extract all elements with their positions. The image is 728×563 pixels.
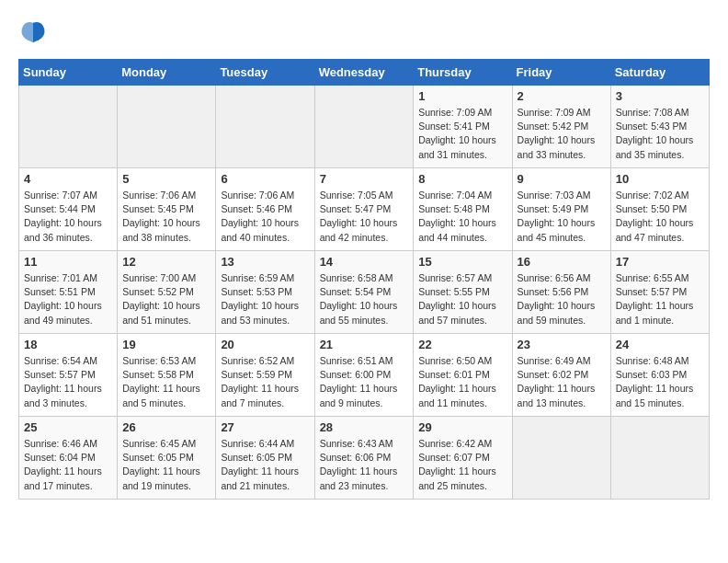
day-number: 2: [518, 89, 606, 103]
calendar-cell: 13Sunrise: 6:59 AM Sunset: 5:53 PM Dayli…: [216, 251, 314, 334]
day-detail: Sunrise: 7:09 AM Sunset: 5:42 PM Dayligh…: [518, 106, 606, 162]
calendar-cell: [512, 417, 610, 500]
day-number: 9: [518, 172, 606, 186]
day-number: 11: [24, 255, 112, 269]
calendar-cell: 14Sunrise: 6:58 AM Sunset: 5:54 PM Dayli…: [314, 251, 414, 334]
day-number: 25: [24, 420, 112, 434]
day-detail: Sunrise: 7:02 AM Sunset: 5:50 PM Dayligh…: [616, 189, 704, 245]
day-detail: Sunrise: 6:54 AM Sunset: 5:57 PM Dayligh…: [24, 354, 112, 410]
calendar-cell: [314, 86, 414, 168]
calendar-cell: 19Sunrise: 6:53 AM Sunset: 5:58 PM Dayli…: [118, 334, 216, 417]
calendar-week-1: 1Sunrise: 7:09 AM Sunset: 5:41 PM Daylig…: [19, 86, 710, 168]
calendar-cell: 26Sunrise: 6:45 AM Sunset: 6:05 PM Dayli…: [118, 417, 216, 500]
calendar-cell: 15Sunrise: 6:57 AM Sunset: 5:55 PM Dayli…: [414, 251, 512, 334]
day-detail: Sunrise: 6:55 AM Sunset: 5:57 PM Dayligh…: [616, 271, 704, 327]
calendar-cell: 3Sunrise: 7:08 AM Sunset: 5:43 PM Daylig…: [610, 86, 709, 168]
day-header-friday: Friday: [512, 60, 610, 86]
day-number: 24: [616, 338, 704, 351]
calendar-week-3: 11Sunrise: 7:01 AM Sunset: 5:51 PM Dayli…: [19, 251, 710, 334]
calendar-cell: [610, 417, 709, 500]
day-number: 10: [616, 172, 704, 186]
day-number: 21: [320, 338, 409, 351]
day-detail: Sunrise: 7:08 AM Sunset: 5:43 PM Dayligh…: [616, 106, 704, 162]
day-detail: Sunrise: 7:03 AM Sunset: 5:49 PM Dayligh…: [518, 189, 606, 245]
day-number: 4: [24, 172, 112, 186]
day-detail: Sunrise: 6:45 AM Sunset: 6:05 PM Dayligh…: [122, 437, 210, 493]
calendar-cell: 10Sunrise: 7:02 AM Sunset: 5:50 PM Dayli…: [610, 168, 709, 251]
logo: [18, 18, 46, 44]
calendar-cell: 23Sunrise: 6:49 AM Sunset: 6:02 PM Dayli…: [512, 334, 610, 417]
day-detail: Sunrise: 7:07 AM Sunset: 5:44 PM Dayligh…: [24, 189, 112, 245]
day-number: 20: [221, 338, 309, 351]
day-header-sunday: Sunday: [19, 60, 118, 86]
day-detail: Sunrise: 6:49 AM Sunset: 6:02 PM Dayligh…: [518, 354, 606, 410]
day-header-saturday: Saturday: [610, 60, 709, 86]
day-number: 29: [418, 420, 506, 434]
day-detail: Sunrise: 6:46 AM Sunset: 6:04 PM Dayligh…: [24, 437, 112, 493]
day-number: 8: [418, 172, 506, 186]
calendar-cell: 28Sunrise: 6:43 AM Sunset: 6:06 PM Dayli…: [314, 417, 414, 500]
day-detail: Sunrise: 6:51 AM Sunset: 6:00 PM Dayligh…: [320, 354, 409, 410]
day-detail: Sunrise: 7:00 AM Sunset: 5:52 PM Dayligh…: [122, 271, 210, 327]
day-detail: Sunrise: 6:57 AM Sunset: 5:55 PM Dayligh…: [418, 271, 506, 327]
day-detail: Sunrise: 7:09 AM Sunset: 5:41 PM Dayligh…: [418, 106, 506, 162]
day-detail: Sunrise: 6:53 AM Sunset: 5:58 PM Dayligh…: [122, 354, 210, 410]
day-number: 19: [122, 338, 210, 351]
day-number: 22: [418, 338, 506, 351]
day-number: 26: [122, 420, 210, 434]
calendar-header-row: SundayMondayTuesdayWednesdayThursdayFrid…: [19, 60, 710, 86]
day-number: 23: [518, 338, 606, 351]
calendar-cell: 25Sunrise: 6:46 AM Sunset: 6:04 PM Dayli…: [19, 417, 118, 500]
day-header-tuesday: Tuesday: [216, 60, 314, 86]
day-number: 12: [122, 255, 210, 269]
day-number: 5: [122, 172, 210, 186]
calendar-cell: 24Sunrise: 6:48 AM Sunset: 6:03 PM Dayli…: [610, 334, 709, 417]
day-detail: Sunrise: 6:58 AM Sunset: 5:54 PM Dayligh…: [320, 271, 409, 327]
day-number: 1: [418, 89, 506, 103]
day-detail: Sunrise: 6:50 AM Sunset: 6:01 PM Dayligh…: [418, 354, 506, 410]
calendar-cell: 27Sunrise: 6:44 AM Sunset: 6:05 PM Dayli…: [216, 417, 314, 500]
day-detail: Sunrise: 7:06 AM Sunset: 5:45 PM Dayligh…: [122, 189, 210, 245]
calendar-cell: 8Sunrise: 7:04 AM Sunset: 5:48 PM Daylig…: [414, 168, 512, 251]
day-number: 7: [320, 172, 409, 186]
day-number: 16: [518, 255, 606, 269]
day-detail: Sunrise: 7:04 AM Sunset: 5:48 PM Dayligh…: [418, 189, 506, 245]
calendar-body: 1Sunrise: 7:09 AM Sunset: 5:41 PM Daylig…: [19, 86, 710, 500]
calendar-cell: 17Sunrise: 6:55 AM Sunset: 5:57 PM Dayli…: [610, 251, 709, 334]
day-number: 13: [221, 255, 309, 269]
day-detail: Sunrise: 6:48 AM Sunset: 6:03 PM Dayligh…: [616, 354, 704, 410]
calendar-cell: 20Sunrise: 6:52 AM Sunset: 5:59 PM Dayli…: [216, 334, 314, 417]
calendar-week-4: 18Sunrise: 6:54 AM Sunset: 5:57 PM Dayli…: [19, 334, 710, 417]
day-header-monday: Monday: [118, 60, 216, 86]
calendar-cell: 4Sunrise: 7:07 AM Sunset: 5:44 PM Daylig…: [19, 168, 118, 251]
calendar-cell: 11Sunrise: 7:01 AM Sunset: 5:51 PM Dayli…: [19, 251, 118, 334]
day-detail: Sunrise: 7:05 AM Sunset: 5:47 PM Dayligh…: [320, 189, 409, 245]
day-number: 27: [221, 420, 309, 434]
page-header: [18, 18, 710, 44]
day-detail: Sunrise: 6:44 AM Sunset: 6:05 PM Dayligh…: [221, 437, 309, 493]
calendar-cell: 21Sunrise: 6:51 AM Sunset: 6:00 PM Dayli…: [314, 334, 414, 417]
day-header-thursday: Thursday: [414, 60, 512, 86]
day-number: 3: [616, 89, 704, 103]
day-detail: Sunrise: 6:52 AM Sunset: 5:59 PM Dayligh…: [221, 354, 309, 410]
day-number: 6: [221, 172, 309, 186]
day-header-wednesday: Wednesday: [314, 60, 414, 86]
day-number: 17: [616, 255, 704, 269]
day-number: 14: [320, 255, 409, 269]
calendar-cell: 5Sunrise: 7:06 AM Sunset: 5:45 PM Daylig…: [118, 168, 216, 251]
calendar-cell: 12Sunrise: 7:00 AM Sunset: 5:52 PM Dayli…: [118, 251, 216, 334]
day-detail: Sunrise: 6:42 AM Sunset: 6:07 PM Dayligh…: [418, 437, 506, 493]
calendar-cell: 29Sunrise: 6:42 AM Sunset: 6:07 PM Dayli…: [414, 417, 512, 500]
calendar-cell: [118, 86, 216, 168]
calendar-cell: 16Sunrise: 6:56 AM Sunset: 5:56 PM Dayli…: [512, 251, 610, 334]
day-number: 15: [418, 255, 506, 269]
calendar-cell: 18Sunrise: 6:54 AM Sunset: 5:57 PM Dayli…: [19, 334, 118, 417]
day-detail: Sunrise: 6:43 AM Sunset: 6:06 PM Dayligh…: [320, 437, 409, 493]
calendar-cell: 1Sunrise: 7:09 AM Sunset: 5:41 PM Daylig…: [414, 86, 512, 168]
day-number: 28: [320, 420, 409, 434]
day-detail: Sunrise: 7:06 AM Sunset: 5:46 PM Dayligh…: [221, 189, 309, 245]
calendar-cell: [216, 86, 314, 168]
calendar-cell: 9Sunrise: 7:03 AM Sunset: 5:49 PM Daylig…: [512, 168, 610, 251]
day-detail: Sunrise: 6:56 AM Sunset: 5:56 PM Dayligh…: [518, 271, 606, 327]
calendar-week-5: 25Sunrise: 6:46 AM Sunset: 6:04 PM Dayli…: [19, 417, 710, 500]
